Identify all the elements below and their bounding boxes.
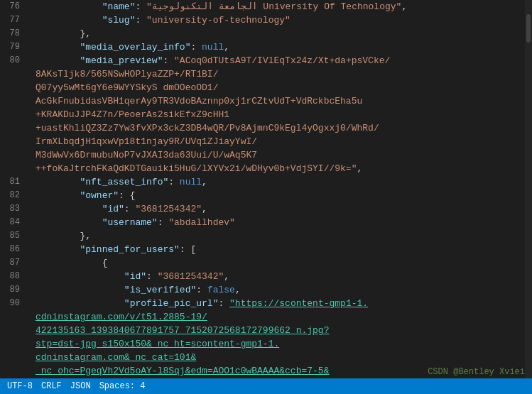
line-num-blank-3	[0, 94, 24, 108]
scrollbar-right[interactable]	[525, 0, 532, 394]
editor-container: 76 77 78 79 80 81 82 83 84 85 86 87 88 8…	[0, 0, 532, 394]
footer-spaces: Spaces: 4	[99, 381, 146, 391]
line-num-88: 88	[0, 270, 24, 283]
code-line-cont-12: cdninstagram.com&_nc_cat=101&	[36, 351, 532, 364]
code-line-87: {	[36, 256, 532, 270]
punct: :	[168, 175, 180, 189]
punct: ,	[235, 283, 241, 297]
indent	[36, 202, 102, 216]
str-name-val: "الجامعة التكنولوجية University Of Techn…	[146, 0, 401, 13]
punct: :	[124, 202, 136, 216]
footer-language: JSON	[70, 381, 91, 391]
code-line-cont-5: +uastKhliQZ3Zz7Yw3fvXPx3ckZ3DB4wQR/Pv8Aj…	[36, 121, 532, 135]
str-media-preview-1: "ACoq0dTUtsA9T/IVlEqTx24z/Xt+da+psVCke/	[174, 54, 390, 67]
line-num-84: 84	[0, 216, 24, 229]
str-username-val: "abdallhdev"	[168, 216, 235, 229]
code-line-cont-4: +KRAKDuJJP4Z7n/PeoerAs2sikEfxZ9cHH1	[36, 108, 532, 121]
indent	[36, 189, 80, 202]
bool-verified: false	[207, 283, 235, 297]
line-num-blank-2	[0, 81, 24, 94]
indent	[36, 216, 102, 229]
link-profile-pic-4[interactable]: stp=dst-jpg_s150x150&_nc_ht=scontent-gmp…	[36, 337, 279, 351]
indent	[36, 229, 80, 243]
key-verified: "is_verified"	[124, 283, 196, 297]
code-content[interactable]: "name": "الجامعة التكنولوجية University …	[30, 0, 532, 394]
link-profile-pic-1[interactable]: "https://scontent-gmp1-1.	[229, 297, 368, 310]
code-line-80: "media_preview": "ACoq0dTUtsA9T/IVlEqTx2…	[36, 54, 532, 67]
str-media-cont-5: +uastKhliQZ3Zz7Yw3fvXPx3ckZ3DB4wQR/Pv8Aj…	[36, 121, 379, 135]
link-profile-pic-6[interactable]: _nc_ohc=PgeqVh2Vd5oAY-l8Sqj&edm=AOO1c0wB…	[36, 364, 329, 378]
indent	[36, 270, 124, 283]
footer-encoding: UTF-8	[7, 381, 33, 391]
code-line-cont-3: AcGkFnubidasVBH1qerAy9TR3VdoBAznnp0xj1rC…	[36, 94, 532, 108]
str-media-cont-7: M3dWwVx6DrmubuNoP7vJXAI3da63Uui/U/wAq5K7	[36, 148, 257, 162]
key-id: "id"	[102, 202, 124, 216]
indent	[36, 175, 80, 189]
key-slug: "slug"	[102, 13, 136, 27]
link-profile-pic-2[interactable]: cdninstagram.com/v/t51.2885-19/	[36, 310, 207, 324]
punct-open: {	[102, 256, 108, 270]
indent	[36, 283, 124, 297]
punct: :	[218, 297, 229, 310]
line-num-85: 85	[0, 229, 24, 243]
link-profile-pic-3[interactable]: 422135163_1393840677891757_7152072568172…	[36, 324, 329, 337]
line-num-blank-9	[0, 310, 24, 324]
code-line-83: "id": "3681254342",	[36, 202, 532, 216]
indent	[36, 27, 80, 40]
null-overlay: null	[202, 40, 224, 54]
line-num-89: 89	[0, 283, 24, 297]
str-media-cont-6: IrmXLbqdjH1qxwVp18t1njay9R/UVq1ZJiayYwI/	[36, 135, 257, 148]
punct: ,	[224, 270, 229, 283]
punct: : {	[119, 189, 135, 202]
key-username: "username"	[102, 216, 158, 229]
indent	[36, 0, 102, 13]
key-pinned: "pinned_for_users"	[80, 243, 179, 256]
str-media-cont-4: +KRAKDuJJP4Z7n/PeoerAs2sikEfxZ9cHH1	[36, 108, 229, 121]
code-line-89: "is_verified": false,	[36, 283, 532, 297]
punct: ,	[202, 202, 207, 216]
punct: :	[135, 0, 146, 13]
scrollbar-thumb[interactable]	[526, 14, 531, 43]
code-line-84: "username": "abdallhdev"	[36, 216, 532, 229]
line-num-77: 77	[0, 13, 24, 27]
key-media-overlay: "media_overlay_info"	[80, 40, 190, 54]
line-numbers: 76 77 78 79 80 81 82 83 84 85 86 87 88 8…	[0, 0, 30, 394]
code-line-cont-6: IrmXLbqdjH1qxwVp18t1njay9R/UVq1ZJiayYwI/	[36, 135, 532, 148]
punct: :	[158, 216, 169, 229]
key-id2: "id"	[124, 270, 146, 283]
line-num-78: 78	[0, 27, 24, 40]
footer-bar: UTF-8 CRLF JSON Spaces: 4	[0, 378, 532, 394]
key-media-preview: "media_preview"	[80, 54, 163, 67]
indent	[36, 297, 124, 310]
str-slug-val: "university-of-technology"	[146, 13, 291, 27]
null-nft: null	[180, 175, 202, 189]
punct: :	[135, 13, 146, 27]
punct: ,	[357, 162, 362, 175]
line-num-79: 79	[0, 40, 24, 54]
code-line-88: "id": "3681254342",	[36, 270, 532, 283]
code-line-76: "name": "الجامعة التكنولوجية University …	[36, 0, 532, 13]
link-profile-pic-5[interactable]: cdninstagram.com&_nc_cat=101&	[36, 351, 196, 364]
line-num-blank-4	[0, 108, 24, 121]
punct: :	[196, 283, 207, 297]
line-num-90: 90	[0, 297, 24, 310]
punct-close: },	[80, 27, 91, 40]
str-media-cont-1: 8AKsTljk8/565NSwHOPlyaZZP+/RT1BI/	[36, 67, 218, 81]
line-num-blank-7	[0, 148, 24, 162]
line-num-blank-13	[0, 364, 24, 378]
str-media-cont-3: AcGkFnubidasVBH1qerAy9TR3VdoBAznnp0xj1rC…	[36, 94, 362, 108]
line-num-86: 86	[0, 243, 24, 256]
code-line-81: "nft_asset_info": null,	[36, 175, 532, 189]
str-id-val: "3681254342"	[135, 202, 202, 216]
line-num-80: 80	[0, 54, 24, 67]
key-profile-pic: "profile_pic_url"	[124, 297, 219, 310]
code-line-cont-9: cdninstagram.com/v/t51.2885-19/	[36, 310, 532, 324]
code-line-90: "profile_pic_url": "https://scontent-gmp…	[36, 297, 532, 310]
indent	[36, 243, 80, 256]
code-line-79: "media_overlay_info": null,	[36, 40, 532, 54]
str-id2-val: "3681254342"	[158, 270, 224, 283]
line-num-87: 87	[0, 256, 24, 270]
indent	[36, 54, 80, 67]
line-num-blank-12	[0, 351, 24, 364]
line-num-blank-1	[0, 67, 24, 81]
